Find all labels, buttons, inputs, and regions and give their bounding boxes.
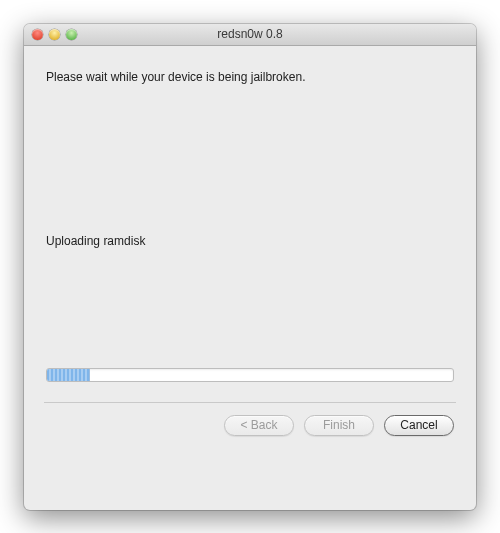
progress-bar	[46, 368, 454, 382]
status-message: Uploading ramdisk	[46, 234, 454, 248]
minimize-icon[interactable]	[49, 29, 60, 40]
button-row: < Back Finish Cancel	[46, 415, 454, 436]
back-button: < Back	[224, 415, 294, 436]
window-title: redsn0w 0.8	[24, 27, 476, 41]
app-window: redsn0w 0.8 Please wait while your devic…	[24, 24, 476, 510]
finish-button: Finish	[304, 415, 374, 436]
divider	[44, 402, 456, 403]
content-area: Please wait while your device is being j…	[24, 46, 476, 510]
close-icon[interactable]	[32, 29, 43, 40]
zoom-icon[interactable]	[66, 29, 77, 40]
progress-fill	[47, 369, 90, 381]
window-controls	[24, 29, 77, 40]
main-message: Please wait while your device is being j…	[46, 70, 454, 84]
cancel-button[interactable]: Cancel	[384, 415, 454, 436]
titlebar[interactable]: redsn0w 0.8	[24, 24, 476, 46]
